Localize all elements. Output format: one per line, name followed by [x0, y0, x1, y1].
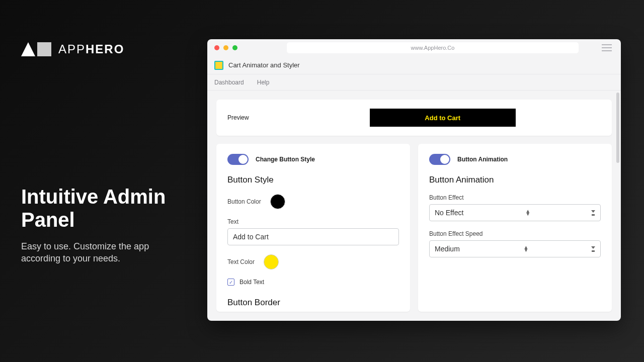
- preview-label: Preview: [227, 114, 249, 121]
- brand-text: APPHERO: [58, 42, 124, 56]
- brand-text-bold: HERO: [86, 42, 124, 56]
- maximize-dot-icon[interactable]: [232, 45, 237, 50]
- button-color-swatch[interactable]: [270, 194, 285, 209]
- button-text-input[interactable]: [227, 228, 399, 245]
- menu-icon[interactable]: [602, 44, 612, 51]
- close-dot-icon[interactable]: [214, 45, 219, 50]
- button-animation-toggle[interactable]: [429, 154, 450, 165]
- text-color-label: Text Color: [227, 258, 255, 265]
- brand-logo: APPHERO: [21, 42, 124, 56]
- change-button-style-label: Change Button Style: [256, 156, 315, 163]
- text-color-swatch[interactable]: [264, 254, 279, 269]
- headline: Intuitive Admin Panel: [21, 185, 182, 231]
- button-style-title: Button Style: [227, 175, 399, 185]
- brand-text-light: APP: [58, 42, 86, 56]
- chevron-updown-icon: ▲▼: [523, 246, 527, 252]
- subheadline: Easy to use. Customize the app according…: [21, 240, 172, 265]
- preview-add-to-cart-button[interactable]: Add to Cart: [370, 109, 516, 127]
- brand-shapes: [21, 42, 51, 56]
- button-effect-select[interactable]: No Effect ▲▼: [429, 204, 601, 221]
- nav-tabs: Dashboard Help: [207, 74, 621, 90]
- scrollbar[interactable]: [616, 93, 619, 163]
- button-style-card: Change Button Style Button Style Button …: [216, 144, 410, 312]
- preview-button-text: Add to Cart: [425, 114, 460, 122]
- button-effect-speed-value: Medium: [435, 245, 460, 253]
- text-field-label: Text: [227, 218, 399, 225]
- app-header: Cart Animator and Styler: [207, 56, 621, 74]
- url-bar[interactable]: www.AppHero.Co: [287, 42, 579, 53]
- square-icon: [37, 42, 51, 56]
- button-animation-toggle-label: Button Animation: [457, 156, 508, 163]
- preview-card: Preview Add to Cart: [216, 100, 612, 136]
- tab-dashboard[interactable]: Dashboard: [214, 79, 244, 86]
- change-button-style-toggle[interactable]: [227, 154, 249, 165]
- button-effect-speed-label: Button Effect Speed: [429, 230, 601, 237]
- bold-text-checkbox[interactable]: ✓: [227, 279, 234, 286]
- button-effect-value: No Effect: [435, 209, 463, 217]
- content-area: Preview Add to Cart Change Button Style …: [207, 90, 621, 321]
- button-color-label: Button Color: [227, 198, 261, 205]
- button-effect-speed-select[interactable]: Medium ▲▼: [429, 240, 601, 257]
- tab-help[interactable]: Help: [257, 79, 270, 86]
- bold-text-label: Bold Text: [239, 279, 264, 286]
- chevron-updown-icon: ▲▼: [525, 210, 529, 216]
- button-animation-card: Button Animation Button Animation Button…: [418, 144, 612, 312]
- minimize-dot-icon[interactable]: [223, 45, 228, 50]
- button-animation-title: Button Animation: [429, 175, 601, 185]
- button-effect-label: Button Effect: [429, 194, 601, 201]
- triangle-icon: [21, 42, 35, 56]
- app-title: Cart Animator and Styler: [228, 61, 300, 69]
- url-text: www.AppHero.Co: [411, 45, 455, 51]
- window-titlebar: www.AppHero.Co: [207, 39, 621, 56]
- browser-window: www.AppHero.Co Cart Animator and Styler …: [207, 39, 621, 321]
- button-border-title: Button Border: [227, 298, 399, 308]
- app-icon: [214, 61, 223, 70]
